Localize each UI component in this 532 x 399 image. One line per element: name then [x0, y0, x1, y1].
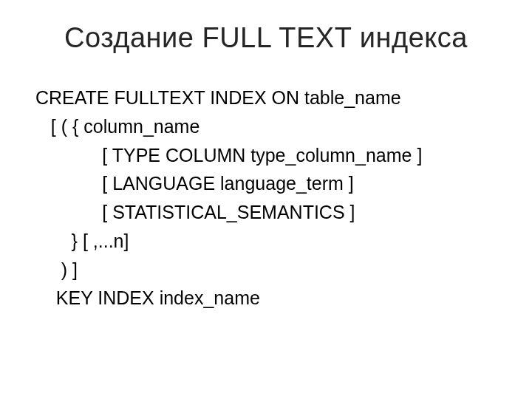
code-line: KEY INDEX index_name — [35, 284, 502, 313]
slide-container: Создание FULL TEXT индекса CREATE FULLTE… — [0, 0, 532, 399]
code-line: [ LANGUAGE language_term ] — [35, 169, 502, 198]
slide-title: Создание FULL TEXT индекса — [30, 22, 502, 54]
code-line: CREATE FULLTEXT INDEX ON table_name — [35, 83, 502, 112]
code-line: } [ ,...n] — [35, 227, 502, 256]
code-line: [ TYPE COLUMN type_column_name ] — [35, 141, 502, 170]
slide-content: CREATE FULLTEXT INDEX ON table_name [ ( … — [30, 83, 502, 313]
code-line: ) ] — [35, 256, 502, 284]
code-line: [ STATISTICAL_SEMANTICS ] — [35, 198, 502, 227]
code-line: [ ( { column_name — [35, 112, 502, 141]
